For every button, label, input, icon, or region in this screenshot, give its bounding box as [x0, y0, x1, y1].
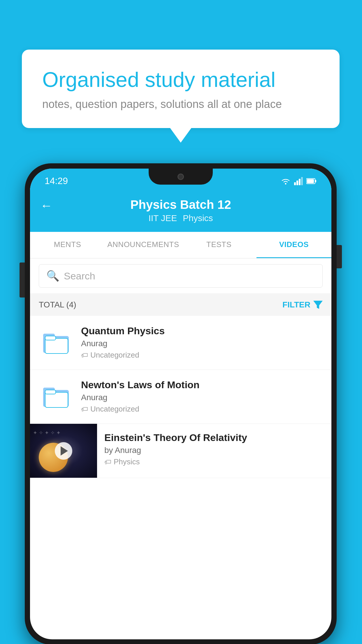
bubble-subtitle: notes, question papers, solutions all at… [42, 98, 319, 111]
svg-rect-11 [45, 338, 68, 354]
app-header: ← Physics Batch 12 IIT JEE Physics [30, 190, 331, 232]
svg-point-0 [285, 183, 287, 184]
phone-notch [149, 169, 213, 185]
svg-rect-6 [315, 180, 316, 182]
tab-announcements[interactable]: ANNOUNCEMENTS [105, 232, 181, 258]
search-placeholder: Search [64, 270, 95, 282]
video-tag-2: 🏷 Uncategorized [81, 405, 323, 414]
camera-dot [178, 174, 184, 180]
svg-rect-7 [307, 179, 314, 183]
video-author-2: Anurag [81, 393, 323, 402]
video-title-1: Quantum Physics [81, 325, 323, 337]
svg-rect-3 [299, 179, 301, 185]
video-tag-1: 🏷 Uncategorized [81, 351, 323, 360]
list-item[interactable]: Quantum Physics Anurag 🏷 Uncategorized [30, 316, 331, 370]
phone-screen: 14:29 [30, 169, 331, 639]
tab-tests[interactable]: TESTS [182, 232, 256, 258]
video-info-1: Quantum Physics Anurag 🏷 Uncategorized [81, 325, 323, 360]
video-thumbnail-3 [30, 424, 97, 478]
video-thumb-2 [39, 379, 74, 414]
folder-icon-1 [42, 330, 71, 356]
svg-rect-12 [45, 336, 56, 340]
video-list: Quantum Physics Anurag 🏷 Uncategorized [30, 316, 331, 478]
tag-icon-1: 🏷 [81, 351, 88, 359]
search-container: 🔍 Search [30, 258, 331, 294]
tabs-bar: MENTS ANNOUNCEMENTS TESTS VIDEOS [30, 232, 331, 258]
search-icon: 🔍 [46, 270, 59, 282]
tag-icon-2: 🏷 [81, 405, 88, 413]
video-author-3: by Anurag [104, 446, 324, 455]
phone-device: 14:29 [25, 163, 337, 644]
svg-rect-15 [45, 392, 68, 407]
svg-rect-16 [45, 390, 56, 394]
back-button[interactable]: ← [40, 199, 52, 213]
speech-bubble: Organised study material notes, question… [22, 50, 340, 128]
tag-icon-3: 🏷 [104, 458, 111, 466]
header-title: Physics Batch 12 [130, 198, 231, 212]
bubble-title: Organised study material [42, 67, 319, 92]
filter-icon [313, 301, 323, 309]
video-title-3: Einstein's Theory Of Relativity [104, 432, 324, 443]
header-subtitle: IIT JEE Physics [148, 213, 213, 223]
filter-bar: TOTAL (4) FILTER [30, 294, 331, 316]
tab-videos[interactable]: VIDEOS [256, 232, 331, 258]
video-thumb-1 [39, 325, 74, 360]
filter-button[interactable]: FILTER [282, 300, 323, 309]
svg-marker-8 [313, 301, 323, 309]
svg-rect-1 [294, 182, 296, 185]
status-icons [281, 177, 317, 185]
status-time: 14:29 [45, 176, 68, 186]
tag-label-3: Physics [114, 457, 140, 466]
video-info-2: Newton's Laws of Motion Anurag 🏷 Uncateg… [81, 379, 323, 414]
filter-label: FILTER [282, 300, 310, 309]
video-author-1: Anurag [81, 339, 323, 348]
list-item[interactable]: Einstein's Theory Of Relativity by Anura… [30, 424, 331, 478]
play-triangle-icon [61, 446, 68, 456]
header-tag2: Physics [183, 213, 213, 223]
svg-rect-2 [296, 181, 298, 185]
list-item[interactable]: Newton's Laws of Motion Anurag 🏷 Uncateg… [30, 370, 331, 424]
tag-label-1: Uncategorized [90, 351, 139, 360]
video-tag-3: 🏷 Physics [104, 457, 324, 466]
search-bar[interactable]: 🔍 Search [39, 264, 323, 288]
wifi-icon [281, 177, 291, 185]
play-button[interactable] [55, 442, 72, 460]
video-title-2: Newton's Laws of Motion [81, 379, 323, 391]
svg-rect-4 [301, 177, 303, 185]
signal-icon [294, 177, 303, 185]
folder-icon-2 [42, 384, 71, 410]
tab-documents[interactable]: MENTS [30, 232, 105, 258]
header-tag1: IIT JEE [148, 213, 177, 223]
total-count: TOTAL (4) [39, 300, 76, 309]
tag-label-2: Uncategorized [90, 405, 139, 414]
battery-icon [306, 178, 317, 184]
phone-outer: 14:29 [25, 163, 337, 644]
video-info-3: Einstein's Theory Of Relativity by Anura… [97, 424, 331, 475]
